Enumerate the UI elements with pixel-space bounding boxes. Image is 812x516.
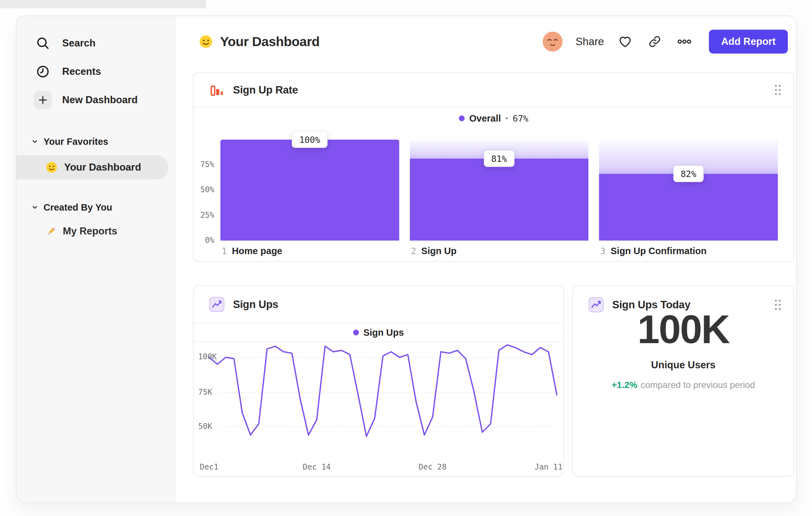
funnel-value-chip: 82%: [673, 166, 704, 182]
header-actions: Share Add Report: [543, 30, 788, 54]
y-axis-label: 0%: [205, 236, 214, 245]
step-name: Home page: [232, 246, 282, 256]
funnel-bar-fill: [221, 140, 399, 241]
card-header: Sign Up Rate: [194, 73, 794, 108]
y-axis-label: 100K: [198, 352, 217, 361]
sidebar-item-label: Search: [62, 37, 95, 49]
delta-value: +1.2%: [612, 380, 637, 390]
search-icon: [34, 34, 52, 52]
chevron-down-icon: [31, 204, 38, 211]
pencil-icon: [46, 225, 57, 237]
heart-icon: [618, 34, 632, 49]
sidebar-item-recents[interactable]: Recents: [17, 57, 175, 86]
signups-line-path: [209, 345, 557, 436]
y-axis-label: 50%: [200, 185, 214, 194]
y-axis-label: 75%: [200, 160, 214, 169]
step-number: 2: [411, 246, 416, 256]
funnel-bars: 100% 1 Home page 81% 2 Sign Up: [221, 140, 778, 241]
created-section: Created By You My Reports: [17, 198, 175, 243]
funnel-bar-home-page[interactable]: 100% 1 Home page: [221, 140, 399, 241]
signups-card: Sign Ups Sign Ups 100K 75K 50K: [193, 285, 564, 477]
favorites-section-header[interactable]: Your Favorites: [17, 133, 175, 151]
line-legend: Sign Ups: [194, 324, 563, 342]
funnel-step-label: 3 Sign Up Confirmation: [600, 246, 707, 256]
x-axis-label: Dec 14: [303, 462, 331, 471]
signup-rate-card: Sign Up Rate Overall • 67% 75% 50% 25%: [193, 72, 794, 262]
card-header: Sign Ups Today: [573, 286, 794, 324]
legend-label: Overall: [469, 113, 501, 124]
background-window-edge: [0, 0, 206, 8]
card-title: Sign Ups: [233, 298, 279, 310]
sidebar-item-my-reports[interactable]: My Reports: [17, 220, 175, 243]
funnel-step-label: 2 Sign Up: [411, 246, 457, 256]
delta-note: compared to previous period: [641, 380, 755, 390]
signups-today-card: Sign Ups Today 100K Unique Users +1.2%co…: [572, 285, 794, 477]
add-report-button[interactable]: Add Report: [709, 30, 788, 54]
ellipsis-icon: [677, 34, 692, 49]
page-title: Your Dashboard: [220, 34, 320, 49]
funnel-legend: Overall • 67%: [194, 108, 794, 129]
legend-dot: [353, 330, 359, 335]
plus-icon: [34, 91, 52, 109]
sidebar-item-search[interactable]: Search: [17, 29, 175, 57]
x-axis-label: Dec 28: [418, 462, 446, 471]
drag-handle-icon[interactable]: [774, 298, 782, 311]
legend-value: 67%: [513, 113, 528, 124]
y-axis-label: 25%: [200, 211, 214, 220]
metric-label: Unique Users: [573, 359, 794, 371]
dashboard-emoji-icon: [199, 34, 213, 49]
sidebar-item-new-dashboard[interactable]: New Dashboard: [17, 86, 175, 114]
card-title: Sign Up Rate: [233, 84, 298, 96]
legend-separator: •: [505, 114, 508, 123]
funnel-bar-sign-up[interactable]: 81% 2 Sign Up: [410, 140, 589, 241]
funnel-step-label: 1 Home page: [222, 246, 282, 256]
funnel-bar-fill: [599, 174, 778, 241]
legend-dot: [459, 115, 465, 121]
cards-row: Sign Ups Sign Ups 100K 75K 50K: [193, 285, 796, 477]
step-number: 1: [222, 246, 227, 256]
dashboard-header: Your Dashboard Share: [176, 16, 796, 67]
line-chart-icon: [209, 297, 225, 312]
step-name: Sign Up Confirmation: [611, 246, 707, 256]
copy-link-button[interactable]: [646, 33, 663, 50]
clock-icon: [34, 62, 52, 81]
y-axis-label: 50K: [198, 422, 212, 431]
chevron-down-icon: [31, 138, 38, 145]
funnel-y-axis: 75% 50% 25% 0%: [196, 140, 214, 241]
funnel-bar-fill: [410, 159, 589, 241]
sidebar-item-label: Recents: [62, 66, 101, 77]
sidebar-item-your-dashboard[interactable]: Your Dashboard: [17, 155, 169, 180]
link-icon: [648, 35, 662, 48]
sidebar: Search Recents New Dashboard: [17, 16, 176, 503]
favorite-button[interactable]: [617, 33, 634, 50]
card-title: Sign Ups Today: [612, 299, 691, 311]
avatar[interactable]: [543, 32, 562, 52]
step-number: 3: [600, 246, 605, 256]
funnel-value-chip: 81%: [484, 151, 515, 167]
y-axis-label: 75K: [198, 388, 212, 397]
smiley-emoji-icon: [46, 161, 58, 173]
main-content: Your Dashboard Share: [176, 16, 796, 503]
card-header: Sign Ups: [194, 286, 563, 324]
funnel-value-chip: 100%: [292, 132, 328, 148]
sidebar-item-label: My Reports: [63, 225, 117, 237]
x-axis-label: Jan 11: [534, 462, 562, 471]
favorites-section: Your Favorites Your Dashboard: [17, 133, 175, 180]
line-chart-icon: [588, 297, 604, 313]
bar-chart-icon: [209, 82, 225, 98]
x-axis-label: Dec1: [200, 462, 219, 471]
step-name: Sign Up: [421, 246, 457, 256]
funnel-plot: 75% 50% 25% 0% 100% 1 Home page: [194, 140, 778, 241]
funnel-bar-sign-up-confirmation[interactable]: 82% 3 Sign Up Confirmation: [599, 140, 778, 241]
share-button[interactable]: Share: [576, 35, 604, 48]
sidebar-item-label: New Dashboard: [62, 94, 138, 106]
sidebar-item-label: Your Dashboard: [64, 162, 141, 173]
more-options-button[interactable]: [676, 33, 693, 50]
section-header-label: Created By You: [44, 202, 112, 213]
metric-delta: +1.2%compared to previous period: [573, 380, 794, 390]
drag-handle-icon[interactable]: [774, 84, 782, 97]
section-header-label: Your Favorites: [44, 136, 108, 147]
created-section-header[interactable]: Created By You: [17, 198, 175, 216]
legend-label: Sign Ups: [364, 327, 404, 338]
app-window: Search Recents New Dashboard: [16, 16, 797, 503]
